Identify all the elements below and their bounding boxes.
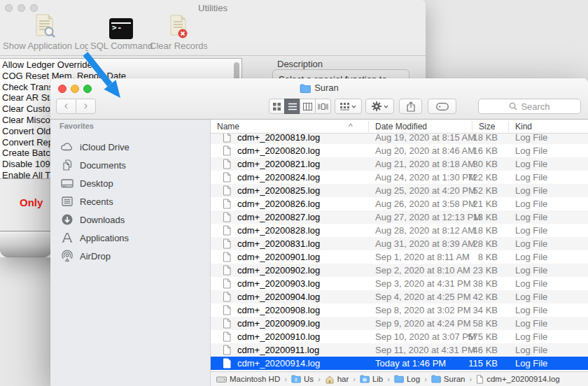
path-item-logs[interactable]: Log [394, 375, 420, 383]
file-row[interactable]: cdm+_20200911.log Sep 11, 2020 at 4:31 P… [211, 343, 588, 357]
column-header-date-modified[interactable]: Date Modified [375, 122, 427, 131]
path-item-users[interactable]: Us [291, 375, 314, 383]
recents-icon [60, 195, 74, 208]
arrange-button[interactable] [335, 99, 362, 114]
coverflow-view-button[interactable] [315, 99, 331, 114]
file-name: cdm+_20200828.log [237, 225, 375, 236]
file-icon [223, 278, 231, 289]
document-red-x-icon[interactable] [168, 15, 190, 40]
column-divider[interactable] [368, 121, 369, 132]
document-magnifier-icon[interactable] [34, 14, 57, 39]
icon-view-button[interactable] [269, 99, 285, 114]
file-row[interactable]: cdm+_20200827.log Aug 27, 2020 at 12:13 … [211, 210, 588, 224]
file-name: cdm+_20200827.log [237, 212, 375, 222]
favorites-header: Favorites [50, 122, 210, 134]
file-name: cdm+_20200908.log [237, 305, 375, 315]
path-item-suran[interactable]: Suran [431, 375, 465, 383]
sidebar-item-documents[interactable]: Documents [50, 156, 210, 174]
coverflow-view-icon [318, 103, 328, 110]
terminal-icon[interactable]: >- [109, 18, 133, 39]
file-size: 42 KB [461, 292, 498, 302]
file-kind: Log File [515, 318, 547, 329]
home-icon [325, 375, 335, 384]
sidebar-item-downloads[interactable]: Downloads [50, 210, 210, 229]
file-kind: Log File [515, 278, 547, 289]
file-row[interactable]: cdm+_20200831.log Aug 31, 2020 at 8:39 A… [211, 237, 588, 250]
file-row[interactable]: cdm+_20200902.log Sep 2, 2020 at 8:10 AM… [211, 264, 588, 277]
path-item-library[interactable]: Lib [360, 375, 383, 383]
list-view-icon [288, 103, 297, 110]
tag-button[interactable] [428, 99, 456, 114]
warning-text: Only [20, 196, 43, 208]
column-divider[interactable] [472, 121, 472, 132]
action-button[interactable] [365, 99, 394, 114]
file-kind: Log File [515, 145, 547, 156]
sql-commands-button[interactable]: SQL Commands [90, 41, 153, 51]
file-size: 46 KB [461, 345, 498, 355]
file-name: cdm+_20200826.log [237, 199, 375, 209]
back-button[interactable]: ‹ [56, 99, 76, 114]
file-size: 115 KB [461, 358, 498, 369]
tag-icon [436, 103, 449, 110]
file-row[interactable]: cdm+_20200901.log Sep 1, 2020 at 8:11 AM… [211, 250, 588, 264]
show-application-log-button[interactable]: Show Application Log [3, 41, 88, 51]
file-row[interactable]: cdm+_20200828.log Aug 28, 2020 at 8:12 A… [211, 224, 588, 237]
file-row[interactable]: cdm+_20200914.log Today at 1:46 PM 115 K… [211, 357, 588, 370]
file-row[interactable]: cdm+_20200821.log Aug 21, 2020 at 8:18 A… [211, 157, 588, 171]
file-row[interactable]: cdm+_20200826.log Aug 26, 2020 at 3:58 P… [211, 197, 588, 210]
file-row[interactable]: cdm+_20200820.log Aug 20, 2020 at 8:46 A… [211, 144, 588, 157]
forward-button[interactable]: › [76, 99, 96, 114]
airdrop-icon [60, 250, 74, 262]
file-kind: Log File [515, 358, 547, 369]
finder-titlebar: Suran ‹ › [50, 78, 588, 120]
path-item-volume[interactable]: Macintosh HD [216, 375, 280, 384]
file-icon [223, 185, 231, 196]
sidebar-item-applications[interactable]: Applications [50, 229, 210, 247]
file-icon [223, 172, 231, 183]
sidebar-item-desktop[interactable]: Desktop [50, 174, 210, 192]
file-icon [223, 265, 231, 276]
column-header-name[interactable]: Name [217, 122, 239, 131]
file-row[interactable]: cdm+_20200909.log Sep 9, 2020 at 4:24 PM… [211, 317, 588, 330]
file-name: cdm+_20200911.log [237, 345, 375, 355]
file-size: 722 KB [461, 172, 498, 183]
sort-ascending-indicator: ^ [349, 122, 353, 131]
file-date-modified: Sep 10, 2020 at 3:07 PM [375, 331, 461, 342]
file-name: cdm+_20200825.log [237, 185, 375, 196]
function-list-item[interactable]: Allow Ledger Overrides [2, 59, 241, 71]
file-date-modified: Sep 3, 2020 at 4:31 PM [375, 278, 461, 289]
sidebar-item-airdrop[interactable]: AirDrop [50, 247, 210, 265]
sidebar-item-recents[interactable]: Recents [50, 192, 210, 210]
clear-records-button[interactable]: Clear Records [150, 41, 207, 51]
file-kind: Log File [515, 292, 547, 302]
list-view-button[interactable] [284, 99, 300, 114]
file-name: cdm+_20200904.log [237, 292, 375, 302]
column-header-kind[interactable]: Kind [515, 122, 532, 131]
column-view-button[interactable] [300, 99, 316, 114]
file-row[interactable]: cdm+_20200903.log Sep 3, 2020 at 4:31 PM… [211, 277, 588, 290]
applications-icon [60, 231, 74, 244]
column-divider[interactable] [508, 121, 509, 132]
file-kind: Log File [515, 159, 547, 169]
file-row[interactable]: cdm+_20200910.log Sep 10, 2020 at 3:07 P… [211, 330, 588, 343]
path-item-file[interactable]: cdm+_20200914.log [476, 375, 560, 384]
file-row[interactable]: cdm+_20200904.log Sep 4, 2020 at 4:25 PM… [211, 290, 588, 303]
file-row[interactable]: cdm+_20200908.log Sep 8, 2020 at 3:02 PM… [211, 303, 588, 317]
minimize-button-inactive[interactable] [18, 4, 25, 12]
share-button[interactable] [399, 99, 422, 114]
column-header-size[interactable]: Size [479, 122, 495, 131]
file-row[interactable]: cdm+_20200824.log Aug 24, 2020 at 1:30 P… [211, 171, 588, 184]
path-separator: › [352, 375, 356, 383]
sidebar-item-icloud-drive[interactable]: iCloud Drive [50, 138, 210, 156]
path-item-home[interactable]: har [325, 375, 349, 384]
file-row[interactable]: cdm+_20200825.log Aug 25, 2020 at 4:20 P… [211, 184, 588, 197]
file-name: cdm+_20200824.log [237, 172, 375, 183]
close-button-inactive[interactable] [5, 4, 13, 12]
zoom-button-inactive[interactable] [30, 4, 38, 12]
search-input[interactable]: Search [478, 99, 581, 114]
file-kind: Log File [515, 265, 547, 276]
file-size: 23 KB [461, 265, 498, 276]
file-name: cdm+_20200914.log [237, 358, 375, 369]
file-icon [223, 212, 231, 222]
file-icon [223, 358, 231, 369]
